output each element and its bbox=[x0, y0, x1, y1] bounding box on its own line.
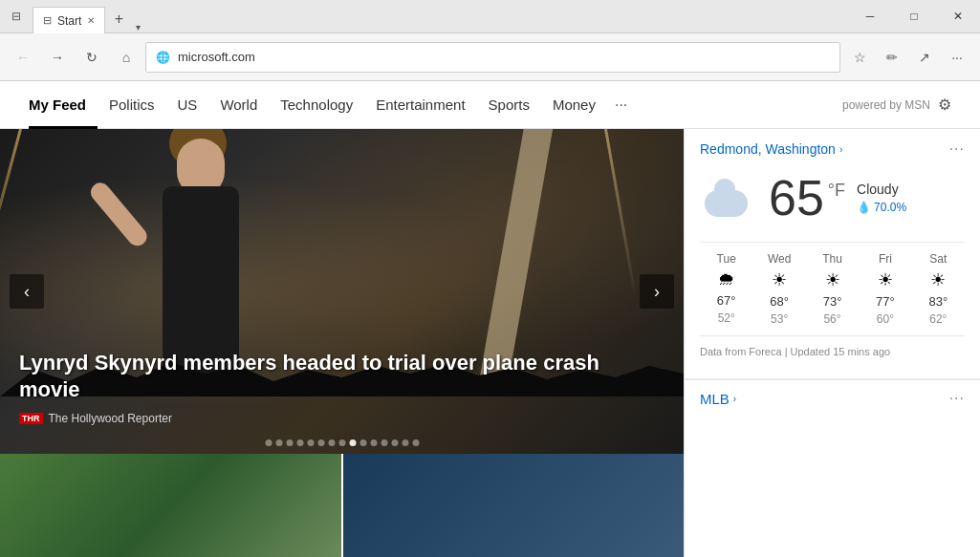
weather-more-button[interactable]: ··· bbox=[949, 140, 965, 158]
forecast-day-sat: Sat ☀ 83° 62° bbox=[912, 252, 965, 326]
active-tab[interactable]: ⊟ Start ✕ bbox=[33, 7, 105, 33]
main-layout: ‹ › Lynryd Skynyrd members headed to tri… bbox=[0, 129, 980, 557]
hero-dot-14[interactable] bbox=[402, 439, 408, 446]
precip-value: 70.0% bbox=[874, 201, 906, 214]
forecast-day-tue: Tue 🌧 67° 52° bbox=[700, 252, 752, 326]
sub-thumbnails bbox=[0, 454, 684, 557]
refresh-button[interactable]: ↻ bbox=[76, 42, 107, 73]
hero-dot-4[interactable] bbox=[296, 439, 303, 446]
forecast-low-wed: 53° bbox=[771, 312, 788, 326]
hero-dot-10[interactable] bbox=[359, 439, 366, 446]
tab-chevron[interactable]: ▾ bbox=[136, 22, 141, 32]
titlebar: ⊟ ⊟ Start ✕ + ▾ ─ □ ✕ bbox=[0, 0, 980, 33]
weather-location-row: Redmond, Washington › ··· bbox=[700, 140, 965, 158]
tab-us[interactable]: US bbox=[166, 81, 209, 129]
tab-bar: ⊟ Start ✕ + ▾ bbox=[28, 0, 848, 32]
address-bar[interactable]: 🌐 microsoft.com bbox=[145, 42, 840, 73]
new-tab-button[interactable]: + bbox=[105, 6, 132, 32]
hero-person-figure bbox=[115, 129, 287, 377]
tab-money[interactable]: Money bbox=[541, 81, 607, 129]
mlb-chevron-icon: › bbox=[733, 394, 736, 404]
hero-source-logo: THR bbox=[19, 413, 43, 424]
hero-dot-3[interactable] bbox=[286, 439, 293, 446]
tab-entertainment[interactable]: Entertainment bbox=[364, 81, 476, 129]
hero-title: Lynryd Skynyrd members headed to trial o… bbox=[19, 350, 626, 404]
sub-thumb-1[interactable] bbox=[0, 454, 341, 557]
forecast-day-thu: Thu ☀ 73° 56° bbox=[806, 252, 859, 326]
url-display: microsoft.com bbox=[178, 50, 255, 64]
forecast-high-thu: 73° bbox=[823, 294, 842, 309]
weather-temperature: 65 bbox=[769, 173, 824, 223]
hero-caption: Lynryd Skynyrd members headed to trial o… bbox=[19, 350, 626, 425]
home-button[interactable]: ⌂ bbox=[111, 42, 142, 73]
powered-by-label: powered by MSN bbox=[842, 98, 930, 112]
tab-my-feed[interactable]: My Feed bbox=[29, 81, 98, 129]
minimize-button[interactable]: ─ bbox=[848, 0, 892, 33]
share-button[interactable]: ↗ bbox=[909, 42, 940, 73]
hero-dot-15[interactable] bbox=[412, 439, 419, 446]
hero-dot-1[interactable] bbox=[265, 439, 272, 446]
weather-unit: °F bbox=[828, 181, 845, 201]
person-arm bbox=[87, 179, 151, 249]
security-icon: 🌐 bbox=[156, 51, 170, 64]
forecast-low-thu: 56° bbox=[823, 312, 840, 326]
more-tabs-button[interactable]: ··· bbox=[607, 96, 635, 114]
forecast-day-wed: Wed ☀ 68° 53° bbox=[752, 252, 805, 326]
hero-dot-5[interactable] bbox=[307, 439, 314, 446]
favorites-button[interactable]: ☆ bbox=[844, 42, 875, 73]
browser-icon: ⊟ bbox=[9, 9, 24, 24]
tab-icon: ⊟ bbox=[43, 14, 52, 27]
maximize-button[interactable]: □ bbox=[892, 0, 936, 33]
mlb-more-button[interactable]: ··· bbox=[949, 390, 965, 407]
more-button[interactable]: ··· bbox=[942, 42, 972, 73]
forecast-day-name-thu: Thu bbox=[822, 252, 842, 266]
weather-location-text: Redmond, Washington bbox=[700, 141, 836, 157]
hero-dot-8[interactable] bbox=[338, 439, 345, 446]
tab-technology[interactable]: Technology bbox=[269, 81, 364, 129]
forecast-high-sat: 83° bbox=[928, 294, 947, 309]
hero-dot-2[interactable] bbox=[275, 439, 282, 446]
hero-dot-11[interactable] bbox=[370, 439, 377, 446]
sub-thumb-2[interactable] bbox=[341, 454, 685, 557]
forecast-low-tue: 52° bbox=[718, 311, 735, 325]
hero-source-name: The Hollywood Reporter bbox=[49, 412, 172, 425]
hero-prev-button[interactable]: ‹ bbox=[10, 274, 44, 309]
hero-dot-9[interactable] bbox=[349, 439, 356, 446]
weather-condition: Cloudy bbox=[857, 182, 906, 197]
notes-button[interactable]: ✏ bbox=[877, 42, 907, 73]
hero-dots bbox=[265, 439, 419, 446]
weather-icon bbox=[700, 169, 757, 226]
hero-dot-7[interactable] bbox=[328, 439, 335, 446]
hero-dot-6[interactable] bbox=[317, 439, 324, 446]
forecast-day-name-tue: Tue bbox=[717, 252, 736, 266]
tab-world[interactable]: World bbox=[208, 81, 269, 129]
titlebar-left: ⊟ bbox=[0, 9, 28, 24]
forecast-high-fri: 77° bbox=[876, 294, 895, 309]
forecast-low-sat: 62° bbox=[929, 312, 947, 326]
rain-drop-icon: 💧 bbox=[857, 201, 871, 214]
weather-forecast: Tue 🌧 67° 52° Wed ☀ 68° 53° Thu ☀ 7 bbox=[700, 242, 965, 336]
hero-dot-13[interactable] bbox=[391, 439, 398, 446]
tab-sports[interactable]: Sports bbox=[477, 81, 541, 129]
tab-close-button[interactable]: ✕ bbox=[87, 15, 95, 26]
forecast-low-fri: 60° bbox=[877, 312, 894, 326]
hero-dot-12[interactable] bbox=[381, 439, 387, 446]
navbar-actions: ☆ ✏ ↗ ··· bbox=[844, 42, 972, 73]
news-nav-right: powered by MSN ⚙ bbox=[842, 96, 951, 114]
news-nav: My Feed Politics US World Technology Ent… bbox=[0, 81, 980, 129]
mlb-header: MLB › ··· bbox=[700, 390, 965, 407]
weather-location-link[interactable]: Redmond, Washington › bbox=[700, 141, 842, 157]
hero-source: THR The Hollywood Reporter bbox=[19, 412, 626, 425]
tab-politics[interactable]: Politics bbox=[98, 81, 166, 129]
right-sidebar: Redmond, Washington › ··· 65 °F bbox=[684, 129, 980, 557]
weather-precipitation: 💧 70.0% bbox=[857, 201, 906, 214]
hero-next-button[interactable]: › bbox=[640, 274, 674, 309]
back-button[interactable]: ← bbox=[8, 42, 38, 73]
close-button[interactable]: ✕ bbox=[936, 0, 980, 33]
settings-icon[interactable]: ⚙ bbox=[938, 96, 951, 114]
forecast-high-tue: 67° bbox=[717, 293, 736, 308]
weather-main: 65 °F Cloudy 💧 70.0% bbox=[700, 169, 965, 226]
forecast-icon-sat: ☀ bbox=[930, 269, 946, 290]
mlb-title-link[interactable]: MLB › bbox=[700, 391, 736, 407]
forward-button[interactable]: → bbox=[42, 42, 73, 73]
